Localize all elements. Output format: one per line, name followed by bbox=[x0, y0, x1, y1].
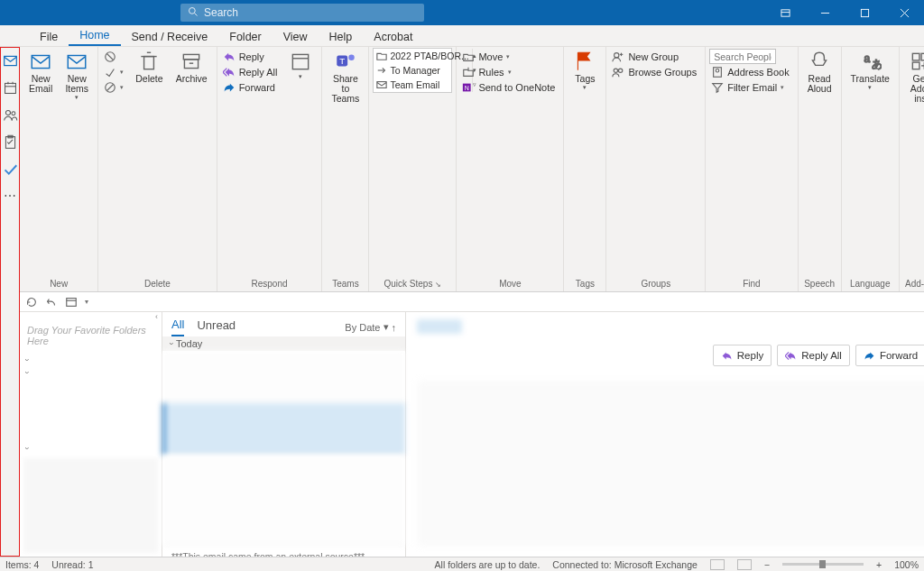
read-aloud-icon bbox=[808, 50, 831, 73]
archive-button[interactable]: Archive bbox=[171, 48, 213, 95]
group-quick-steps: 2022 PTAB/BOR... To Manager Team Email ▴… bbox=[369, 47, 457, 291]
quick-steps-gallery[interactable]: 2022 PTAB/BOR... To Manager Team Email ▴… bbox=[373, 48, 452, 93]
message-item[interactable] bbox=[162, 351, 405, 403]
nav-calendar-icon[interactable] bbox=[1, 78, 19, 97]
folder-tree-node[interactable]: › bbox=[20, 442, 162, 455]
read-aloud-label: Read Aloud bbox=[808, 74, 832, 94]
reading-reply-all-button[interactable]: Reply All bbox=[777, 345, 850, 366]
translate-button[interactable]: aあ Translate ▾ bbox=[845, 48, 895, 95]
tab-file[interactable]: File bbox=[29, 27, 69, 46]
svg-rect-49 bbox=[912, 62, 919, 69]
tab-home[interactable]: Home bbox=[69, 25, 120, 46]
folder-tree-node[interactable]: › bbox=[20, 366, 162, 379]
reply-icon bbox=[721, 350, 733, 362]
new-items-button[interactable]: New Items ▾ bbox=[60, 48, 94, 95]
new-items-icon bbox=[65, 50, 88, 73]
message-item[interactable] bbox=[162, 456, 405, 546]
group-language-label: Language bbox=[842, 279, 899, 291]
new-group-button[interactable]: New Group bbox=[610, 50, 701, 64]
junk-button[interactable]: ▾ bbox=[102, 80, 128, 95]
svg-line-1 bbox=[195, 13, 198, 15]
delete-button[interactable]: Delete bbox=[130, 48, 168, 95]
undo-icon[interactable] bbox=[45, 296, 58, 309]
date-separator[interactable]: ›Today bbox=[162, 336, 405, 351]
global-search[interactable] bbox=[180, 4, 424, 22]
chevron-down-icon: › bbox=[167, 343, 176, 345]
message-item[interactable] bbox=[162, 403, 405, 456]
tab-view[interactable]: View bbox=[273, 27, 319, 46]
filter-email-button[interactable]: Filter Email ▾ bbox=[709, 80, 793, 95]
read-aloud-button[interactable]: Read Aloud bbox=[802, 48, 837, 95]
nav-more-icon[interactable]: ⋯ bbox=[1, 187, 19, 205]
ignore-button[interactable] bbox=[102, 50, 128, 64]
view-reading-button[interactable] bbox=[737, 559, 752, 570]
flag-icon bbox=[573, 50, 596, 73]
get-addins-button[interactable]: Get Add-ins bbox=[903, 48, 924, 95]
cleanup-button[interactable]: ▾ bbox=[102, 65, 128, 79]
nav-todo-icon[interactable] bbox=[1, 160, 19, 178]
meeting-icon bbox=[289, 50, 312, 73]
filter-unread-tab[interactable]: Unread bbox=[197, 318, 236, 336]
rules-icon bbox=[462, 66, 475, 78]
search-people-input[interactable] bbox=[709, 49, 776, 64]
quick-step-label: Team Email bbox=[390, 79, 439, 90]
move-button[interactable]: Move ▾ bbox=[460, 50, 559, 64]
global-search-input[interactable] bbox=[204, 6, 417, 19]
chevron-down-icon: ▾ bbox=[868, 85, 872, 90]
nav-people-icon[interactable] bbox=[1, 106, 19, 124]
share-teams-button[interactable]: T Share to Teams bbox=[326, 48, 365, 95]
window-minimize[interactable] bbox=[805, 0, 845, 25]
zoom-slider[interactable] bbox=[782, 563, 864, 566]
collapse-folder-pane[interactable]: ‹ bbox=[20, 312, 162, 321]
zoom-in-button[interactable]: + bbox=[876, 559, 882, 570]
window-close[interactable] bbox=[884, 0, 924, 25]
window-icon[interactable] bbox=[65, 296, 78, 309]
zoom-level: 100% bbox=[894, 559, 919, 570]
tab-folder[interactable]: Folder bbox=[218, 27, 272, 46]
folder-tree-node[interactable]: › bbox=[20, 354, 162, 366]
tags-button[interactable]: Tags ▾ bbox=[568, 48, 602, 95]
new-email-label: New Email bbox=[29, 74, 52, 94]
onenote-label: Send to OneNote bbox=[478, 82, 555, 93]
filter-all-tab[interactable]: All bbox=[171, 318, 184, 336]
chevron-down-icon[interactable]: ▾ bbox=[85, 298, 88, 306]
status-bar: Items: 4 Unread: 1 All folders are up to… bbox=[0, 557, 924, 571]
zoom-out-button[interactable]: − bbox=[764, 559, 770, 570]
nav-tasks-icon[interactable] bbox=[1, 133, 19, 151]
address-book-button[interactable]: Address Book bbox=[709, 65, 793, 79]
browse-groups-button[interactable]: Browse Groups bbox=[610, 65, 701, 79]
external-source-note: ***This email came from an external sour… bbox=[162, 546, 405, 557]
view-normal-button[interactable] bbox=[710, 559, 725, 570]
onenote-button[interactable]: NSend to OneNote bbox=[460, 80, 559, 95]
group-delete-label: Delete bbox=[98, 279, 216, 291]
tab-send-receive[interactable]: Send / Receive bbox=[121, 27, 219, 46]
reading-pane: Reply Reply All Forward T ⋯ bbox=[406, 312, 924, 557]
folder-icon bbox=[376, 51, 387, 61]
tab-acrobat[interactable]: Acrobat bbox=[363, 27, 423, 46]
reading-reply-button[interactable]: Reply bbox=[713, 345, 772, 366]
refresh-icon[interactable] bbox=[25, 296, 38, 309]
reading-forward-button[interactable]: Forward bbox=[855, 345, 924, 366]
message-list-pane: All Unread By Date▾ ↑ ›Today ***This ema… bbox=[162, 312, 406, 557]
svg-rect-35 bbox=[377, 82, 386, 88]
svg-rect-23 bbox=[144, 57, 154, 69]
nav-mail-icon[interactable] bbox=[1, 51, 19, 69]
reply-all-button[interactable]: Reply All bbox=[221, 65, 282, 79]
group-teams-label: Teams bbox=[322, 279, 368, 291]
meeting-button[interactable]: ▾ bbox=[283, 48, 318, 95]
svg-rect-29 bbox=[293, 54, 309, 69]
ribbon-display-options[interactable] bbox=[765, 0, 805, 25]
svg-rect-8 bbox=[4, 56, 16, 65]
tab-help[interactable]: Help bbox=[319, 27, 364, 46]
reply-button[interactable]: Reply bbox=[221, 50, 282, 64]
forward-button[interactable]: Forward bbox=[221, 80, 282, 95]
reading-forward-label: Forward bbox=[880, 350, 918, 361]
svg-text:T: T bbox=[339, 56, 345, 66]
window-maximize[interactable] bbox=[845, 0, 884, 25]
status-unread: Unread: 1 bbox=[51, 559, 93, 570]
filter-icon bbox=[711, 81, 724, 94]
rules-button[interactable]: Rules ▾ bbox=[460, 65, 559, 79]
new-email-button[interactable]: New Email bbox=[23, 48, 58, 95]
sort-by-button[interactable]: By Date▾ ↑ bbox=[345, 321, 396, 333]
sort-direction-icon[interactable]: ↑ bbox=[392, 322, 397, 333]
